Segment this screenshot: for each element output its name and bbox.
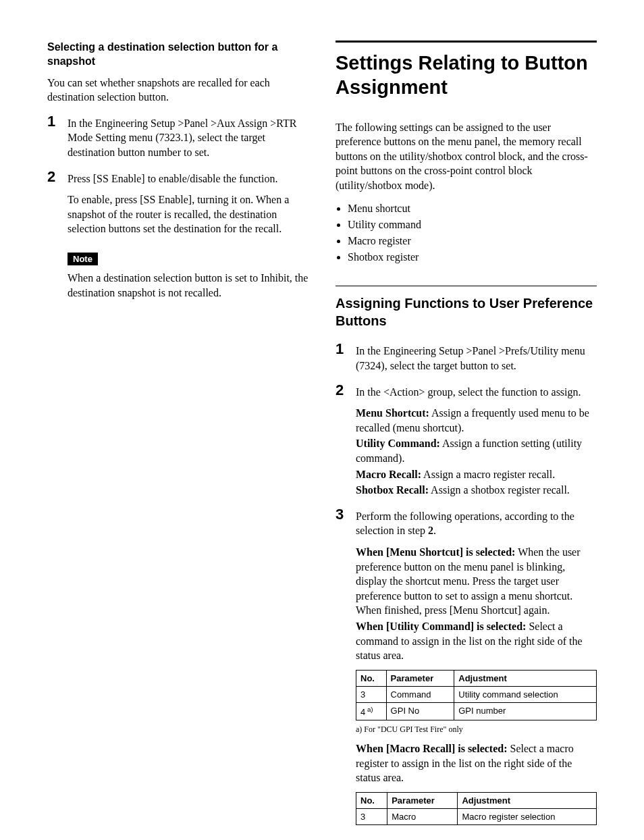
- cell-no: 4 a): [356, 702, 387, 720]
- list-item: Menu shortcut: [348, 201, 597, 217]
- subsection-heading: Selecting a destination selection button…: [47, 41, 308, 69]
- table-footnote: a) For "DCU GPI Test Fire" only: [356, 725, 597, 735]
- step-text-b: .: [433, 525, 436, 536]
- step-2: 2 In the <Action> group, select the func…: [336, 383, 597, 400]
- cell-parameter: Macro: [387, 808, 458, 824]
- parameter-table-utility: No. Parameter Adjustment 3 Command Utili…: [356, 670, 597, 720]
- definition-list: Menu Shortcut: Assign a frequently used …: [356, 406, 597, 498]
- step-text: Press [SS Enable] to enable/disable the …: [68, 169, 308, 186]
- step-number: 1: [336, 342, 356, 373]
- step-2: 2 Press [SS Enable] to enable/disable th…: [47, 169, 308, 186]
- term: Menu Shortcut:: [356, 407, 429, 419]
- section-rule: [336, 41, 597, 43]
- cell-adjustment: Macro register selection: [458, 808, 597, 824]
- when-item: When [Utility Command] is selected: Sele…: [356, 619, 597, 663]
- table-header-row: No. Parameter Adjustment: [356, 792, 597, 808]
- section-heading: Settings Relating to Button Assignment: [336, 51, 597, 100]
- cell-no: 3: [356, 686, 387, 702]
- table-row: 3 Command Utility command selection: [356, 686, 597, 702]
- step-1: 1 In the Engineering Setup >Panel >Prefs…: [336, 342, 597, 373]
- step-number: 2: [47, 169, 68, 186]
- step-number: 3: [336, 507, 356, 538]
- step-detail: To enable, press [SS Enable], turning it…: [68, 192, 308, 300]
- cell-parameter: GPI No: [386, 702, 454, 720]
- cell-parameter: Command: [386, 686, 454, 702]
- list-item: Shotbox register: [348, 249, 597, 265]
- step-ref: 2: [428, 525, 433, 536]
- term: When [Utility Command] is selected:: [356, 621, 526, 632]
- step-number: 1: [47, 114, 68, 160]
- definition-text: Assign a macro register recall.: [421, 469, 555, 480]
- note-text: When a destination selection button is s…: [68, 271, 308, 300]
- table-row: 3 Macro Macro register selection: [356, 808, 597, 824]
- col-adjustment: Adjustment: [454, 670, 597, 686]
- when-block: When [Macro Recall] is selected: Select …: [356, 741, 597, 785]
- definition-item: Menu Shortcut: Assign a frequently used …: [356, 406, 597, 435]
- footnote-ref: a): [365, 706, 373, 713]
- col-parameter: Parameter: [386, 670, 454, 686]
- term: Utility Command:: [356, 438, 440, 449]
- two-column-layout: Selecting a destination selection button…: [47, 41, 597, 829]
- col-no: No.: [356, 670, 387, 686]
- definition-item: Macro Recall: Assign a macro register re…: [356, 467, 597, 482]
- definition-text: Assign a shotbox register recall.: [429, 484, 570, 496]
- when-item: When [Macro Recall] is selected: Select …: [356, 741, 597, 785]
- intro-paragraph: You can set whether snapshots are recall…: [47, 76, 308, 105]
- when-block: When [Menu Shortcut] is selected: When t…: [356, 545, 597, 663]
- term: Macro Recall:: [356, 469, 421, 480]
- step-number: 2: [336, 383, 356, 400]
- right-column: Settings Relating to Button Assignment T…: [336, 41, 597, 829]
- step-text: In the Engineering Setup >Panel >Prefs/U…: [356, 342, 597, 373]
- term: Shotbox Recall:: [356, 484, 429, 496]
- section-intro: The following settings can be assigned t…: [336, 120, 597, 193]
- definition-item: Shotbox Recall: Assign a shotbox registe…: [356, 483, 597, 498]
- cell-adjustment: Utility command selection: [454, 686, 597, 702]
- cell-no: 3: [356, 808, 387, 824]
- step-text-a: Perform the following operations, accord…: [356, 510, 574, 537]
- note-badge: Note: [68, 253, 98, 265]
- subsection-rule: [336, 286, 597, 286]
- term: When [Menu Shortcut] is selected:: [356, 546, 515, 558]
- left-column: Selecting a destination selection button…: [47, 41, 308, 829]
- function-list: Menu shortcut Utility command Macro regi…: [336, 201, 597, 265]
- table-row: 4 a) GPI No GPI number: [356, 702, 597, 720]
- step-text: In the <Action> group, select the functi…: [356, 383, 597, 400]
- step-text: Perform the following operations, accord…: [356, 507, 597, 538]
- col-adjustment: Adjustment: [458, 792, 597, 808]
- cell-adjustment: GPI number: [454, 702, 597, 720]
- step-1: 1 In the Engineering Setup >Panel >Aux A…: [47, 114, 308, 160]
- step-text: In the Engineering Setup >Panel >Aux Ass…: [68, 114, 308, 160]
- definition-item: Utility Command: Assign a function setti…: [356, 436, 597, 465]
- list-item: Utility command: [348, 217, 597, 233]
- step-detail-text: To enable, press [SS Enable], turning it…: [68, 192, 308, 236]
- parameter-table-macro: No. Parameter Adjustment 3 Macro Macro r…: [356, 792, 597, 825]
- col-no: No.: [356, 792, 387, 808]
- table-header-row: No. Parameter Adjustment: [356, 670, 597, 686]
- when-item: When [Menu Shortcut] is selected: When t…: [356, 545, 597, 618]
- term: When [Macro Recall] is selected:: [356, 743, 508, 754]
- col-parameter: Parameter: [387, 792, 458, 808]
- subsection-heading: Assigning Functions to User Preference B…: [336, 294, 597, 330]
- step-3: 3 Perform the following operations, acco…: [336, 507, 597, 538]
- list-item: Macro register: [348, 233, 597, 249]
